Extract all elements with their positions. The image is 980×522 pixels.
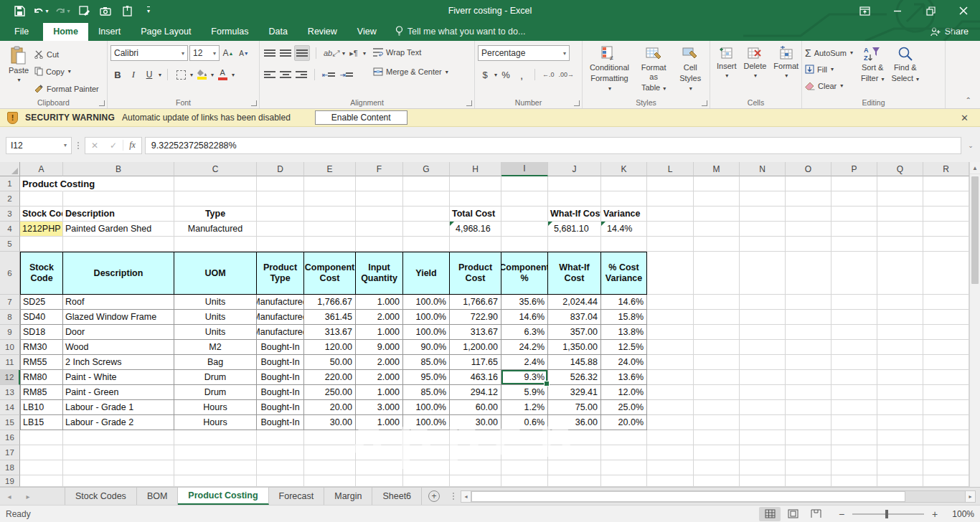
cell-R19[interactable]: [923, 475, 969, 487]
cell-A10[interactable]: RM30: [20, 340, 63, 355]
cell-E11[interactable]: 50.00: [304, 355, 356, 370]
cell-A5[interactable]: [20, 237, 63, 252]
cell-H2[interactable]: [450, 191, 501, 207]
cell-M9[interactable]: [694, 325, 740, 340]
cell-B15[interactable]: Labour - Grade 2: [63, 415, 174, 430]
cell-G19[interactable]: [403, 475, 450, 487]
cell-H6[interactable]: Product Cost: [450, 252, 501, 295]
cell-O4[interactable]: [786, 222, 831, 237]
cell-E1[interactable]: [304, 176, 356, 191]
cell-C9[interactable]: Units: [174, 325, 257, 340]
cell-F2[interactable]: [356, 191, 403, 207]
column-header-N[interactable]: N: [740, 162, 786, 176]
minimize-icon[interactable]: [881, 0, 914, 22]
cell-M15[interactable]: [694, 415, 740, 430]
formula-input[interactable]: 9.32252372582288%: [145, 137, 961, 154]
cell-D3[interactable]: [257, 207, 304, 222]
vertical-scrollbar-thumb[interactable]: [971, 176, 979, 284]
cell-O15[interactable]: [786, 415, 831, 430]
cell-C2[interactable]: [174, 191, 257, 207]
percent-style-button[interactable]: %: [499, 67, 513, 82]
cell-O9[interactable]: [786, 325, 831, 340]
column-header-P[interactable]: P: [831, 162, 877, 176]
cell-J2[interactable]: [548, 191, 601, 207]
cell-K4[interactable]: 14.4%: [601, 222, 647, 237]
row-header-11[interactable]: 11: [0, 355, 20, 370]
sheet-tab-sheet6[interactable]: Sheet6: [372, 488, 422, 505]
cell-M7[interactable]: [694, 295, 740, 310]
ribbon-display-icon[interactable]: [848, 0, 881, 22]
sheet-tab-product-costing[interactable]: Product Costing: [178, 488, 268, 505]
cell-C8[interactable]: Units: [174, 310, 257, 325]
cell-K15[interactable]: 20.0%: [601, 415, 647, 430]
cell-A13[interactable]: RM85: [20, 385, 63, 400]
cell-C6[interactable]: UOM: [174, 252, 257, 295]
cell-A16[interactable]: [20, 430, 63, 445]
tab-formulas[interactable]: Formulas: [201, 23, 258, 41]
cell-I1[interactable]: [501, 176, 548, 191]
row-header-6[interactable]: 6: [0, 252, 20, 295]
cell-I2[interactable]: [501, 191, 548, 207]
orientation-button[interactable]: ab⤢: [322, 45, 340, 61]
cell-O6[interactable]: [786, 252, 831, 295]
cell-N10[interactable]: [740, 340, 786, 355]
clipboard-pin-icon[interactable]: [116, 1, 138, 20]
cell-A3[interactable]: Stock Code: [20, 207, 63, 222]
cell-O2[interactable]: [786, 191, 831, 207]
cell-K6[interactable]: % Cost Variance: [601, 252, 647, 295]
cell-D13[interactable]: Bought-In: [257, 385, 304, 400]
cell-C17[interactable]: [174, 445, 257, 460]
cell-E13[interactable]: 250.00: [304, 385, 356, 400]
cell-E6[interactable]: Component Cost: [304, 252, 356, 295]
select-all-corner[interactable]: [0, 162, 20, 176]
cell-J16[interactable]: [548, 430, 601, 445]
cell-J4[interactable]: 5,681.10: [548, 222, 601, 237]
tab-home[interactable]: Home: [43, 23, 88, 41]
cell-L3[interactable]: [647, 207, 694, 222]
cell-M13[interactable]: [694, 385, 740, 400]
cell-Q6[interactable]: [877, 252, 923, 295]
cell-I12[interactable]: 9.3%: [501, 370, 548, 385]
sheet-tab-stock-codes[interactable]: Stock Codes: [65, 488, 137, 505]
cell-F17[interactable]: [356, 445, 403, 460]
cell-C12[interactable]: Drum: [174, 370, 257, 385]
customize-qat-icon[interactable]: ▾: [138, 1, 159, 20]
row-header-19[interactable]: 19: [0, 475, 20, 487]
cell-B7[interactable]: Roof: [63, 295, 174, 310]
cell-I11[interactable]: 2.4%: [501, 355, 548, 370]
cell-H14[interactable]: 60.00: [450, 400, 501, 415]
cell-N6[interactable]: [740, 252, 786, 295]
enable-content-button[interactable]: Enable Content: [315, 110, 407, 125]
font-dialog-launcher[interactable]: [251, 100, 257, 106]
cell-O14[interactable]: [786, 400, 831, 415]
find-select-button[interactable]: Find & Select ▾: [887, 44, 923, 97]
cell-P1[interactable]: [831, 176, 877, 191]
cell-E16[interactable]: [304, 430, 356, 445]
format-painter-button[interactable]: Format Painter: [34, 81, 99, 96]
row-header-12[interactable]: 12: [0, 370, 20, 385]
cell-I19[interactable]: [501, 475, 548, 487]
insert-cells-button[interactable]: Insert▾: [713, 44, 740, 97]
cell-B6[interactable]: Description: [63, 252, 174, 295]
cell-P12[interactable]: [831, 370, 877, 385]
cell-M4[interactable]: [694, 222, 740, 237]
cell-E5[interactable]: [304, 237, 356, 252]
cell-M5[interactable]: [694, 237, 740, 252]
reading-order-button[interactable]: ▸¶: [347, 45, 361, 61]
save-icon[interactable]: [9, 1, 30, 20]
cell-P5[interactable]: [831, 237, 877, 252]
cell-H4[interactable]: 4,968.16: [450, 222, 501, 237]
cell-R15[interactable]: [923, 415, 969, 430]
column-header-R[interactable]: R: [923, 162, 969, 176]
cell-A4[interactable]: 1212PHP: [20, 222, 63, 237]
comma-style-button[interactable]: ,: [514, 67, 529, 82]
cell-E10[interactable]: 120.00: [304, 340, 356, 355]
cell-F7[interactable]: 1.000: [356, 295, 403, 310]
cell-M16[interactable]: [694, 430, 740, 445]
top-align-button[interactable]: [263, 45, 277, 61]
number-dialog-launcher[interactable]: [574, 100, 580, 106]
cell-J6[interactable]: What-If Cost: [548, 252, 601, 295]
cell-M12[interactable]: [694, 370, 740, 385]
cell-Q19[interactable]: [877, 475, 923, 487]
cell-B3[interactable]: Description: [63, 207, 174, 222]
